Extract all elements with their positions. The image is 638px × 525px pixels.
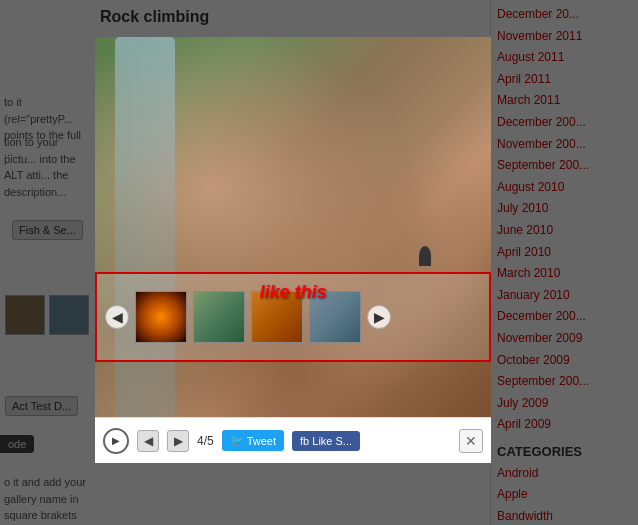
strip-prev-button[interactable]: ◀ [105,305,129,329]
lightbox: like this ◀ ▶ ▶ ◀ ▶ 4/5 🐦 Tweet fb Like … [93,35,493,465]
climber-figure [419,246,431,266]
tweet-label: Tweet [247,435,276,447]
thumbnail-strip: like this ◀ ▶ [95,272,491,362]
image-counter: 4/5 [197,434,214,448]
lightbox-image: like this ◀ ▶ [95,37,491,417]
play-button[interactable]: ▶ [103,428,129,454]
strip-thumb-2[interactable] [193,291,245,343]
strip-like-text: like this [259,282,326,303]
lightbox-bottom-bar: ▶ ◀ ▶ 4/5 🐦 Tweet fb Like S... ✕ [95,417,491,463]
fb-like-button[interactable]: fb Like S... [292,431,360,451]
prev-button[interactable]: ◀ [137,430,159,452]
strip-next-button[interactable]: ▶ [367,305,391,329]
strip-thumb-1[interactable] [135,291,187,343]
next-button[interactable]: ▶ [167,430,189,452]
close-button[interactable]: ✕ [459,429,483,453]
tweet-icon: 🐦 [230,434,244,447]
tweet-button[interactable]: 🐦 Tweet [222,430,284,451]
